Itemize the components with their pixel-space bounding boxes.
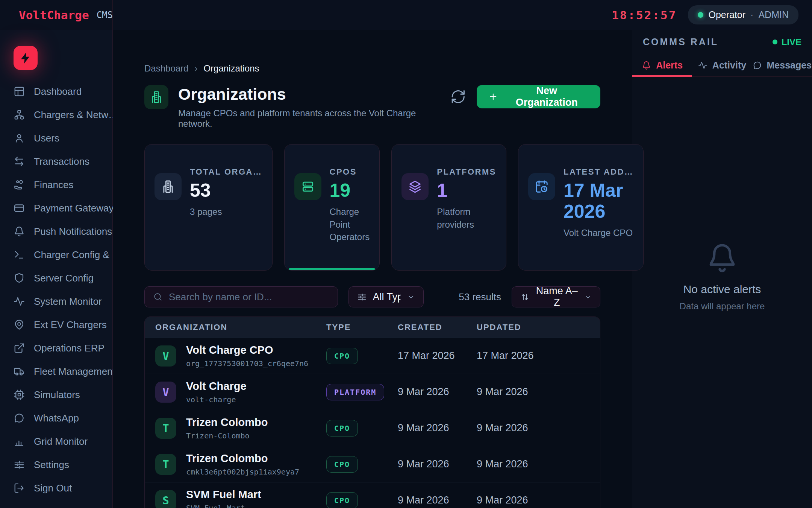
bell-icon (642, 61, 651, 70)
stat-text: CPOS 19 Charge Point Operators (330, 167, 370, 243)
sidebar-item-grid-monitor[interactable]: Grid Monitor (14, 430, 112, 453)
sidebar-item-fleet-management[interactable]: Fleet Management (14, 360, 112, 383)
table-row-trizen-colombo[interactable]: T Trizen Colombo Trizen-Colombo CPO 9 Ma… (145, 410, 600, 446)
new-organization-label: New Organization (504, 85, 589, 108)
alerts-empty-state: No active alerts Data will appear here (632, 77, 812, 312)
network-icon (14, 109, 25, 120)
user-pill[interactable]: Operator · ADMIN (688, 5, 798, 24)
sidebar-item-dashboard[interactable]: Dashboard (14, 80, 112, 103)
table-row-volt-charge[interactable]: V Volt Charge volt-charge PLATFORM 9 Mar… (145, 374, 600, 410)
search-input[interactable] (169, 291, 329, 303)
org-name: Trizen Colombo (186, 452, 299, 465)
page-title: Organizations (178, 85, 450, 103)
organization-cell: V Volt Charge volt-charge (155, 380, 326, 404)
sidebar-item-whatsapp[interactable]: WhatsApp (14, 406, 112, 430)
app-logo[interactable] (14, 46, 38, 70)
table-row-volt-charge-cpo[interactable]: V Volt Charge CPO org_1773753001703_cr6q… (145, 338, 600, 374)
created-date: 9 Mar 2026 (398, 422, 477, 434)
type-cell: PLATFORM (326, 384, 398, 400)
sidebar-item-finances[interactable]: Finances (14, 173, 112, 196)
layers-icon (408, 179, 422, 194)
org-avatar: T (155, 454, 176, 475)
breadcrumb-dashboard[interactable]: Dashboard (144, 63, 188, 74)
sort-arrows-icon (520, 292, 529, 302)
table-header: ORGANIZATION TYPE CREATED UPDATED (145, 317, 600, 338)
breadcrumb-current: Organizations (203, 63, 259, 74)
logo-bolt-icon (19, 51, 32, 65)
stat-card-total-orga[interactable]: TOTAL ORGA… 53 3 pages (144, 144, 273, 271)
organizations-table: ORGANIZATION TYPE CREATED UPDATED V Volt… (144, 316, 600, 508)
server-icon (301, 179, 315, 194)
page-titles: Organizations Manage CPOs and platform t… (178, 85, 450, 129)
column-updated: UPDATED (477, 322, 589, 332)
stat-text: TOTAL ORGA… 53 3 pages (190, 167, 262, 218)
sidebar-item-ext-ev-chargers[interactable]: Ext EV Chargers (14, 313, 112, 336)
page-subtitle: Manage CPOs and platform tenants across … (178, 108, 450, 129)
stat-card-cpos[interactable]: CPOS 19 Charge Point Operators (284, 144, 380, 271)
new-organization-button[interactable]: New Organization (477, 85, 600, 108)
stat-card-platforms[interactable]: PLATFORMS 1 Platform providers (391, 144, 506, 271)
stat-value: 17 Mar 2026 (564, 180, 633, 222)
sidebar-item-transactions[interactable]: Transactions (14, 150, 112, 173)
stat-text: PLATFORMS 1 Platform providers (437, 167, 496, 231)
sidebar-item-label: System Monitor (34, 296, 102, 307)
sidebar-item-label: Transactions (34, 156, 89, 167)
user-name: Operator (708, 9, 745, 20)
sidebar-item-label: Fleet Management (34, 366, 115, 377)
type-badge: CPO (326, 348, 358, 364)
tab-activity[interactable]: Activity (692, 54, 752, 76)
sidebar-item-payment-gateway[interactable]: Payment Gateway (14, 196, 112, 220)
stat-value: 19 (330, 180, 370, 201)
sidebar-item-simulators[interactable]: Simulators (14, 383, 112, 406)
empty-state-subtitle: Data will appear here (680, 301, 765, 312)
table-row-svm-fuel-mart[interactable]: S SVM Fuel Mart SVM-Fuel-Mart CPO 9 Mar … (145, 482, 600, 508)
sidebar-item-label: Settings (34, 459, 69, 471)
sidebar-item-label: WhatsApp (34, 412, 79, 424)
bar-chart-icon (14, 436, 25, 447)
tab-messages[interactable]: Messages (752, 54, 812, 76)
truck-icon (14, 366, 25, 377)
type-filter-dropdown[interactable]: All Typ (348, 286, 424, 307)
comms-rail: COMMS RAIL LIVE Alerts Activity (632, 30, 812, 508)
updated-date: 9 Mar 2026 (477, 494, 589, 506)
org-avatar: V (155, 345, 176, 367)
online-status-dot (698, 12, 703, 18)
sidebar-item-push-notifications[interactable]: Push Notifications (14, 220, 112, 243)
chat-icon (753, 61, 762, 70)
org-avatar: S (155, 490, 176, 508)
sidebar-item-users[interactable]: Users (14, 126, 112, 150)
refresh-button[interactable] (450, 89, 466, 105)
type-cell: CPO (326, 420, 398, 437)
list-toolbar: All Typ 53 results Name A–Z (144, 286, 600, 307)
org-names: Trizen Colombo Trizen-Colombo (186, 416, 268, 440)
sidebar-item-label: Payment Gateway (34, 202, 114, 214)
comms-rail-header: COMMS RAIL LIVE (632, 30, 812, 54)
type-cell: CPO (326, 492, 398, 508)
sidebar-item-sign-out[interactable]: Sign Out (14, 476, 112, 500)
sidebar-item-system-monitor[interactable]: System Monitor (14, 290, 112, 313)
live-dot (773, 40, 777, 44)
sidebar-item-charger-config[interactable]: Charger Config & … (14, 243, 112, 266)
stat-card-latest-add[interactable]: LATEST ADD… 17 Mar 2026 Volt Charge CPO (518, 144, 644, 271)
stat-icon-chip (528, 173, 555, 200)
tab-alerts[interactable]: Alerts (632, 54, 692, 76)
plus-icon (488, 91, 498, 102)
org-id: volt-charge (186, 395, 247, 404)
sidebar-item-label: Charger Config & … (34, 249, 122, 261)
live-badge: LIVE (773, 37, 801, 47)
sidebar-item-chargers-netw[interactable]: Chargers & Netw… (14, 103, 112, 126)
created-date: 9 Mar 2026 (398, 494, 477, 506)
stat-sub-label: 3 pages (190, 205, 262, 218)
stat-label: LATEST ADD… (564, 167, 633, 177)
sidebar-item-server-config[interactable]: Server Config (14, 266, 112, 290)
sidebar-item-operations-erp[interactable]: Operations ERP (14, 336, 112, 360)
page-header: Organizations Manage CPOs and platform t… (144, 85, 600, 129)
transactions-icon (14, 156, 25, 167)
sidebar-item-settings[interactable]: Settings (14, 453, 112, 476)
org-id: SVM-Fuel-Mart (186, 503, 261, 508)
building-icon (150, 90, 163, 104)
sort-dropdown[interactable]: Name A–Z (512, 286, 600, 307)
updated-date: 17 Mar 2026 (477, 350, 589, 362)
table-row-trizen-colombo[interactable]: T Trizen Colombo cmkl3e6pt002bjsp1iax9ey… (145, 446, 600, 482)
calendar-clock-icon (535, 179, 549, 194)
